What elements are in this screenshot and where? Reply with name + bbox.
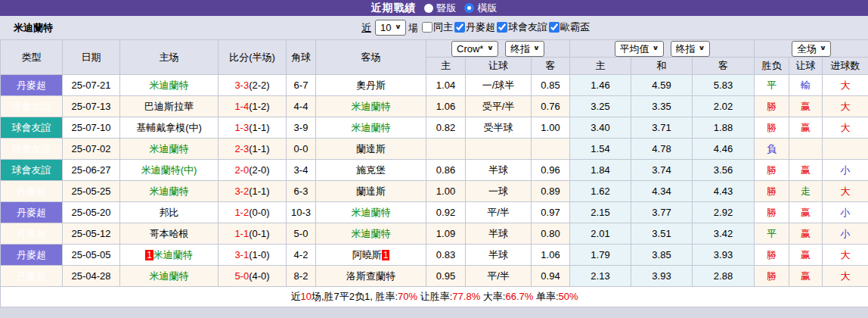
away-team-name: 米迪蘭特 [352,122,391,133]
avg-draw-cell: 4.34 [631,181,693,202]
summary-segment: 大率: [480,291,505,302]
handicap-result-cell: 赢 [789,223,823,245]
fulltime-score: 1-1 [234,228,249,239]
avg-draw-cell: 4.78 [631,139,693,160]
home-team-cell[interactable]: 哥本哈根 [120,223,219,245]
layout-radio-vertical[interactable]: 豎版 [424,2,457,15]
avg-provider-select[interactable]: 平均值 [615,42,663,56]
away-team-cell[interactable]: 米迪蘭特 [316,117,426,139]
home-team-cell[interactable]: 基輔戴拿模(中) [120,117,219,139]
home-team-name: 基輔戴拿模(中) [136,122,202,133]
away-team-cell[interactable]: 米迪蘭特 [316,202,426,223]
odds-away-cell [532,139,570,160]
avg-away-cell: 4.43 [693,181,755,202]
goals-cell: 大 [823,96,868,117]
filter-bar: 米迪蘭特 近 10 場 同主丹麥超球會友誼歐霸盃 [0,16,868,39]
away-team-cell[interactable]: 蘭達斯 [316,181,426,202]
league-filter-2[interactable]: 球會友誼 [495,20,547,34]
result-cell: 勝 [755,181,789,202]
fulltime-select[interactable]: 全场 [792,42,830,56]
odds-final-select[interactable]: 终指 [506,42,544,56]
summary-stats: 近10场,胜7平2负1, 胜率:70% 让胜率:77.8% 大率:66.7% 单… [1,287,868,307]
home-team-cell[interactable]: 米迪蘭特 [120,75,219,96]
avg-away-cell: 3.42 [693,223,755,245]
away-team-cell[interactable]: 洛斯查蘭特 [316,266,426,287]
title-bar: 近期戰績 豎版 橫版 [0,0,868,16]
score-cell: 3-3(2-2) [219,75,287,96]
score-cell: 1-3(1-1) [219,117,287,139]
result-cell: 平 [755,75,789,96]
avg-away-cell: 2.92 [693,202,755,223]
league-filter-1[interactable]: 丹麥超 [453,20,495,34]
avg-draw-cell: 4.59 [631,75,693,96]
radio-checked-icon[interactable] [464,3,474,13]
home-team-name: 米迪蘭特 [153,249,193,260]
corner-cell: 4-4 [287,96,316,117]
handicap-cell: 半球 [466,245,532,266]
avg-draw-cell: 3.85 [631,245,693,266]
table-footer: 近10场,胜7平2负1, 胜率:70% 让胜率:77.8% 大率:66.7% 单… [1,287,868,307]
col-header-date: 日期 [63,40,120,75]
filters-group: 近 10 場 同主丹麥超球會友誼歐霸盃 [278,20,590,36]
home-team-cell[interactable]: 米迪蘭特 [120,266,219,287]
table-row: 丹麥超25-04-28米迪蘭特5-0(4-0)8-2洛斯查蘭特0.95平/半0.… [1,266,868,287]
near-link[interactable]: 近 [361,21,371,35]
radio-unchecked-icon[interactable] [424,4,433,13]
away-team-cell[interactable]: 米迪蘭特 [316,96,426,117]
date-cell: 25-05-12 [63,223,120,245]
league-badge-cell: 丹麥超 [1,75,63,96]
sub-header-goals: 进球数 [823,58,868,75]
away-team-cell[interactable]: 蘭達斯 [316,139,426,160]
odds-home-cell: 1.09 [426,223,466,245]
avg-home-cell: 1.79 [570,245,631,266]
away-team-cell[interactable]: 阿曉斯1 [316,245,426,266]
fulltime-score: 2-0 [234,164,249,176]
avg-provider-select-wrap: 平均值 [615,41,664,57]
score-cell: 3-2(1-1) [219,181,287,202]
results-table: 类型 日期 主场 比分(半场) 角球 客场 Crow* 终指 [0,39,868,307]
away-team-cell[interactable]: 米迪蘭特 [316,223,426,245]
halftime-score: (0-0) [249,207,269,218]
home-team-cell[interactable]: 米迪蘭特(中) [120,160,219,181]
league-filter-checkbox[interactable] [549,22,560,33]
fulltime-score: 1-4 [234,101,249,112]
away-team-name: 阿曉斯 [352,249,382,260]
league-filter-checkbox[interactable] [497,22,507,33]
halftime-score: (0-1) [249,228,269,239]
goals-cell: 小 [823,160,868,181]
avg-final-select[interactable]: 终指 [671,42,709,56]
home-team-name: 米迪蘭特 [150,270,189,282]
league-filter-checkbox[interactable] [454,22,465,33]
league-filter-3[interactable]: 歐霸盃 [547,20,590,34]
home-team-cell[interactable]: 米迪蘭特 [120,181,219,202]
halftime-score: (2-2) [249,80,269,91]
home-team-name: 米迪蘭特(中) [141,164,197,176]
goals-cell: 大 [823,245,868,266]
away-team-name: 米迪蘭特 [352,101,391,112]
away-team-cell[interactable]: 奧丹斯 [316,75,426,96]
handicap-cell: 半球 [466,223,532,245]
goals-cell: 大 [823,266,868,287]
league-badge-cell: 丹麥超 [1,266,63,287]
avg-draw-cell: 3.51 [631,223,693,245]
avg-home-cell: 1.54 [570,139,631,160]
league-filter-label: 球會友誼 [508,20,547,34]
odds-provider-select[interactable]: Crow* [452,42,498,56]
home-team-cell[interactable]: 巴迪斯拉華 [120,96,219,117]
league-badge-cell: 球會友誼 [1,139,63,160]
home-team-cell[interactable]: 邦比 [120,202,219,223]
result-cell: 勝 [755,202,789,223]
away-team-cell[interactable]: 施克堡 [316,160,426,181]
odds-away-cell: 0.76 [532,96,570,117]
home-team-cell[interactable]: 1米迪蘭特 [120,245,219,266]
fulltime-score: 1-3 [234,122,249,133]
recent-count-select[interactable]: 10 [376,20,405,35]
home-team-cell[interactable]: 米迪蘭特 [120,139,219,160]
avg-away-cell: 1.88 [693,117,755,139]
league-filter-checkbox[interactable] [422,22,432,33]
layout-radio-horizontal[interactable]: 橫版 [464,2,498,15]
league-filter-0[interactable]: 同主 [420,20,453,34]
odds-home-cell: 0.95 [426,266,466,287]
avg-away-cell: 2.88 [693,266,755,287]
home-team-name: 米迪蘭特 [150,143,189,154]
